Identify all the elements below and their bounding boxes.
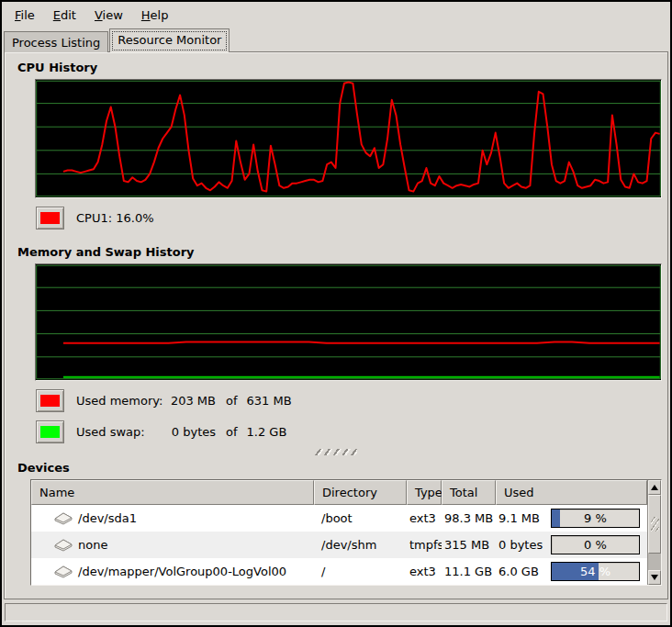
status-area <box>2 599 670 625</box>
cell-total: 98.3 MB <box>442 511 496 525</box>
device-name: none <box>78 538 107 552</box>
gridlines <box>37 287 661 357</box>
scrollbar-thumb[interactable] <box>648 495 661 554</box>
cell-used: 9.1 MB 9 % <box>496 509 647 528</box>
column-header-name[interactable]: Name <box>31 480 314 505</box>
cell-type: tmpfs <box>407 538 442 552</box>
harddisk-icon <box>53 538 73 552</box>
table-row-dev-sda1[interactable]: /dev/sda1 /boot ext3 98.3 MB 9.1 MB 9 % <box>31 505 647 532</box>
column-header-type[interactable]: Type <box>407 480 442 505</box>
usage-progress-bar: 0 % <box>551 535 640 554</box>
column-header-total[interactable]: Total <box>442 480 496 505</box>
cpu-usage-line <box>63 83 660 192</box>
cpu-history-graph <box>35 79 662 198</box>
memory-used-value: 203 MB <box>165 394 216 408</box>
devices-table: Name Directory Type Total Used /dev/sda1 <box>31 480 647 585</box>
column-label: Total <box>450 486 477 499</box>
column-label: Used <box>504 486 534 499</box>
memory-total-value: 631 MB <box>247 394 292 408</box>
column-header-used[interactable]: Used <box>496 480 647 505</box>
memory-history-graph <box>35 263 662 381</box>
resource-monitor-page: CPU History CPU1: 16.0% Memory and Swap … <box>4 51 668 599</box>
devices-table-header: Name Directory Type Total Used <box>31 480 647 505</box>
cell-directory: /dev/shm <box>314 538 407 552</box>
cell-directory: / <box>314 565 407 578</box>
harddisk-icon <box>53 565 73 578</box>
tab-resource-monitor[interactable]: Resource Monitor <box>109 28 230 52</box>
devices-scrollbar[interactable] <box>647 480 661 585</box>
thumb-grip-icon <box>651 517 659 532</box>
cell-used: 6.0 GB 54 % <box>496 562 647 581</box>
cell-used: 0 bytes 0 % <box>496 535 647 554</box>
device-name: /dev/mapper/VolGroup00-LogVol00 <box>78 565 286 578</box>
swap-of-text: of <box>226 425 238 439</box>
progress-label: 0 % <box>552 536 639 554</box>
cell-name: /dev/mapper/VolGroup00-LogVol00 <box>31 565 314 578</box>
memory-legend-text: Used memory: 203 MB of 631 MB <box>76 394 292 408</box>
tab-process-listing[interactable]: Process Listing <box>4 31 108 52</box>
scroll-up-button[interactable] <box>648 480 661 495</box>
cpu-history-chart <box>36 80 661 197</box>
memory-history-title: Memory and Swap History <box>17 245 667 259</box>
memory-legend: Used memory: 203 MB of 631 MB <box>36 389 667 412</box>
used-value: 6.0 GB <box>498 565 539 578</box>
system-monitor-window: File Edit View Help Process Listing Reso… <box>0 0 672 627</box>
devices-title: Devices <box>17 461 667 475</box>
cpu-color-swatch <box>40 212 60 224</box>
pane-resize-grip[interactable] <box>315 449 357 455</box>
cpu-color-button[interactable] <box>36 207 64 230</box>
tab-label: Resource Monitor <box>118 33 221 47</box>
table-row-volgroup[interactable]: /dev/mapper/VolGroup00-LogVol00 / ext3 1… <box>31 558 647 585</box>
swap-color-button[interactable] <box>36 420 64 443</box>
cpu-legend-label: CPU1: 16.0% <box>76 211 154 225</box>
column-label: Directory <box>322 486 377 499</box>
cell-total: 315 MB <box>442 538 496 552</box>
cpu-usage-text: CPU1: 16.0% <box>76 211 154 225</box>
swap-legend: Used swap: 0 bytes of 1.2 GB <box>36 420 667 443</box>
cell-type: ext3 <box>407 565 442 578</box>
progress-label: 54 % <box>552 563 639 580</box>
graph-border <box>37 265 661 378</box>
progress-label: 9 % <box>552 509 639 527</box>
devices-table-frame: Name Directory Type Total Used /dev/sda1 <box>30 479 662 586</box>
cell-name: none <box>31 538 314 552</box>
memory-label: Used memory: <box>76 394 165 408</box>
usage-progress-bar: 9 % <box>551 509 640 528</box>
device-name: /dev/sda1 <box>78 511 137 525</box>
used-value: 0 bytes <box>498 538 543 552</box>
statusbar <box>5 603 667 621</box>
swap-total-value: 1.2 GB <box>247 425 287 439</box>
menu-view[interactable]: View <box>85 5 132 26</box>
column-header-directory[interactable]: Directory <box>314 480 407 505</box>
cell-total: 11.1 GB <box>442 565 496 578</box>
column-label: Type <box>415 486 442 499</box>
gridlines <box>37 104 661 174</box>
cpu-history-title: CPU History <box>17 61 667 74</box>
swap-used-value: 0 bytes <box>165 425 216 439</box>
table-row-none[interactable]: none /dev/shm tmpfs 315 MB 0 bytes 0 % <box>31 532 647 558</box>
memory-of-text: of <box>226 394 238 408</box>
tab-bar: Process Listing Resource Monitor <box>2 28 670 52</box>
memory-color-button[interactable] <box>36 389 64 412</box>
memory-history-chart <box>36 264 661 380</box>
used-value: 9.1 MB <box>498 511 540 525</box>
cell-name: /dev/sda1 <box>31 511 314 525</box>
harddisk-icon <box>53 511 73 525</box>
swap-legend-text: Used swap: 0 bytes of 1.2 GB <box>76 425 286 439</box>
swap-label: Used swap: <box>76 425 165 439</box>
menubar: File Edit View Help <box>2 2 670 28</box>
cpu-legend: CPU1: 16.0% <box>36 207 667 230</box>
scroll-down-button[interactable] <box>648 570 661 585</box>
cell-type: ext3 <box>407 511 442 525</box>
arrow-down-icon <box>651 575 658 580</box>
menu-edit[interactable]: Edit <box>44 5 85 26</box>
memory-color-swatch <box>40 395 60 407</box>
menu-file[interactable]: File <box>6 5 44 26</box>
used-memory-line <box>63 341 660 342</box>
scrollbar-trough[interactable] <box>648 554 661 570</box>
menu-help[interactable]: Help <box>132 5 178 26</box>
cell-directory: /boot <box>314 511 407 525</box>
tab-label: Process Listing <box>12 36 100 50</box>
swap-color-swatch <box>40 426 60 438</box>
arrow-up-icon <box>651 485 658 490</box>
